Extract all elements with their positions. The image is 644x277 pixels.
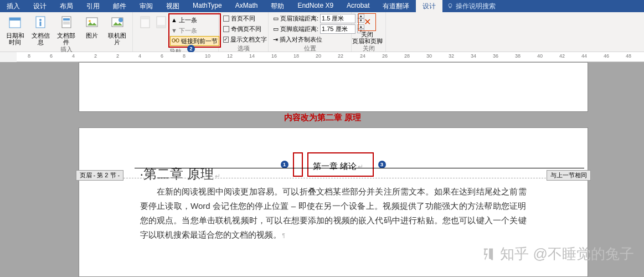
svg-point-0 (449, 4, 452, 7)
tab-design[interactable]: 设计 (27, 0, 53, 12)
previous-page-bottom (79, 62, 588, 112)
tab-review[interactable]: 审阅 (133, 0, 159, 12)
online-picture-button[interactable]: 联机图片 (106, 13, 129, 45)
document-area: 内容改为第二章 原理 1 第一章 绪论 3 页眉 - 第 2 节 - 与上一节相… (0, 62, 644, 277)
ruler-tick: 2 (94, 53, 97, 59)
header-text[interactable]: 第一章 绪论 (313, 161, 363, 172)
header-top-icon: ▭ (273, 15, 279, 22)
docparts-button[interactable]: 文档部件 (54, 13, 78, 45)
link-to-previous-button[interactable]: 链接到前一节 (170, 36, 219, 46)
lightbulb-icon (447, 3, 454, 9)
close-icon: ✕ (358, 13, 376, 31)
svg-rect-15 (141, 17, 150, 19)
tab-view[interactable]: 视图 (159, 0, 186, 12)
footer-bottom-input[interactable] (320, 24, 356, 34)
datetime-button[interactable]: 日期和时间 (3, 13, 27, 45)
ruler-tick: 24 (360, 53, 365, 59)
annotation-box-cursor (293, 152, 303, 177)
goto-header-button (136, 13, 154, 32)
horizontal-ruler[interactable]: 8642246810121416182022242628303234363840… (17, 52, 644, 62)
link-prev-highlight: ▲上一条 ▼下一条 链接到前一节 (168, 13, 221, 48)
ruler-tick: 42 (559, 53, 565, 59)
online-picture-icon (109, 13, 126, 31)
tab-design-context[interactable]: 设计 (416, 0, 442, 12)
ruler-tick: 22 (338, 53, 343, 59)
svg-point-13 (119, 18, 123, 22)
ruler-tick: 14 (249, 53, 255, 59)
svg-rect-7 (63, 18, 70, 20)
header-content: 1 第一章 绪论 3 (79, 152, 588, 177)
zhihu-logo-icon (480, 246, 497, 263)
ruler-tick: 44 (581, 53, 587, 59)
tab-endnote[interactable]: EndNote X9 (291, 0, 340, 12)
svg-rect-2 (9, 18, 20, 20)
diff-first-page-checkbox[interactable]: 首页不同 (222, 13, 265, 23)
ruler-tick: 10 (205, 53, 210, 59)
calendar-icon (6, 13, 24, 31)
ruler-tick: 36 (493, 53, 498, 59)
ruler-tick: 4 (138, 53, 141, 59)
ruler-tick: 32 (449, 53, 454, 59)
next-section-button[interactable]: ▼下一条 (170, 25, 219, 35)
show-doc-text-checkbox[interactable]: ✓显示文档文字 (222, 34, 265, 44)
step-badge-2: 2 (187, 45, 195, 53)
annotation-change-content: 内容改为第二章 原理 (284, 112, 361, 123)
step-badge-3: 3 (378, 161, 386, 168)
ruler-tick: 16 (271, 53, 277, 59)
goto-footer-button (156, 13, 166, 32)
ruler-tick: 30 (426, 53, 432, 59)
header-underline (135, 168, 584, 168)
tell-me-label: 操作说明搜索 (456, 2, 496, 11)
tab-insert[interactable]: 插入 (0, 0, 27, 12)
picture-button[interactable]: 图片 (80, 13, 104, 39)
diff-odd-even-checkbox[interactable]: 奇偶页不同 (222, 24, 265, 34)
header-top-input[interactable] (320, 14, 356, 23)
tab-reference[interactable]: 引用 (80, 0, 106, 12)
annotation-box-header-text: 第一章 绪论 (307, 152, 374, 177)
tab-mail[interactable]: 邮件 (106, 0, 133, 12)
svg-point-11 (89, 20, 91, 22)
zhihu-watermark: 知乎 @不睡觉的兔子 (480, 244, 634, 264)
tab-youdao[interactable]: 有道翻译 (376, 0, 416, 12)
ruler-tick: 2 (116, 53, 119, 59)
step-badge-1: 1 (281, 161, 288, 168)
footer-bottom-icon: ▭ (273, 25, 279, 33)
ribbon-body: 日期和时间 文档信息 文档部件 图片 联机图片 插入 ▲上一条 ▼下一条 链接到… (0, 12, 644, 52)
svg-rect-9 (63, 23, 70, 24)
tab-acrobat[interactable]: Acrobat (340, 0, 376, 12)
ruler-tick: 18 (293, 53, 299, 59)
ruler-tick: 4 (72, 53, 75, 59)
tab-help[interactable]: 帮助 (264, 0, 291, 12)
link-icon (172, 37, 179, 45)
document-info-icon (32, 13, 49, 31)
ruler-tick: 46 (604, 53, 609, 59)
tab-mathtype[interactable]: MathType (186, 0, 229, 12)
svg-point-4 (39, 19, 42, 21)
tab-stop-icon: ⇥ (273, 36, 278, 43)
tab-layout[interactable]: 布局 (53, 0, 80, 12)
down-arrow-icon: ▼ (171, 27, 177, 34)
ruler-tick: 8 (183, 53, 186, 59)
header-top-distance: ▭页眉顶端距离:▴▾ (272, 13, 348, 23)
header-footer-boundary (74, 178, 593, 178)
close-header-footer-button[interactable]: ✕关闭 页眉和页脚 (355, 13, 379, 44)
tab-axmath[interactable]: AxMath (229, 0, 265, 12)
ruler-tick: 6 (50, 53, 53, 59)
previous-section-button[interactable]: ▲上一条 (170, 15, 219, 25)
ruler-tick: 8 (28, 53, 30, 59)
goto-header-icon (136, 13, 154, 31)
svg-rect-17 (157, 25, 166, 28)
ruler-tick: 48 (626, 53, 631, 59)
ribbon-tab-bar: 插入 设计 布局 引用 邮件 审阅 视图 MathType AxMath 帮助 … (0, 0, 644, 12)
body-paragraph: 在新的阅读视图中阅读更加容易。可以折叠文档某些部分并关注所需文本。如果在达到结尾… (140, 184, 527, 243)
header-section-tag: 页眉 - 第 2 节 - (76, 170, 124, 181)
svg-rect-8 (63, 22, 70, 23)
tell-me-search[interactable]: 操作说明搜索 (442, 0, 500, 12)
insert-alignment-tab-button[interactable]: ⇥插入对齐制表位 (272, 34, 348, 44)
ruler-tick: 6 (161, 53, 163, 59)
picture-icon (83, 13, 101, 31)
svg-rect-5 (40, 22, 42, 26)
docinfo-button[interactable]: 文档信息 (29, 13, 52, 45)
ruler-tick: 20 (316, 53, 321, 59)
up-arrow-icon: ▲ (171, 17, 177, 23)
